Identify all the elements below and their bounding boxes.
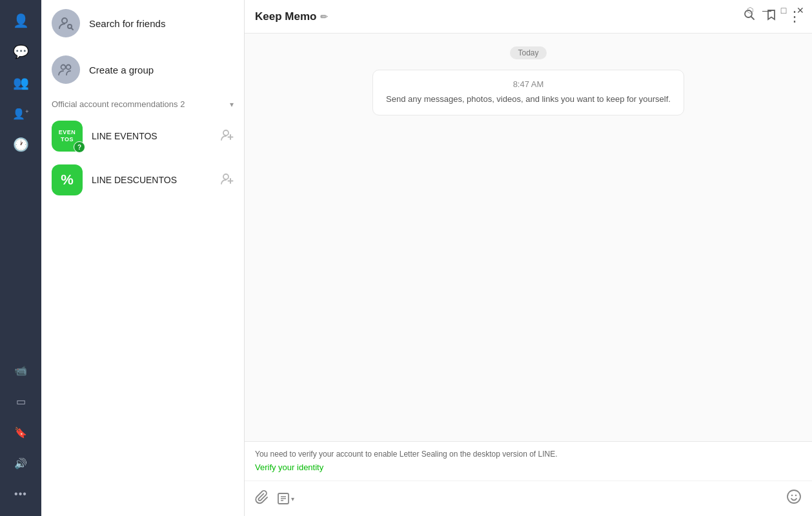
- sidebar-item-friends[interactable]: 👥: [6, 68, 35, 97]
- window-cursor-icon: ⬡: [745, 5, 755, 15]
- date-badge: Today: [510, 46, 546, 59]
- svg-point-18: [791, 495, 793, 496]
- search-friends-label: Search for friends: [89, 18, 165, 29]
- note-chevron-icon: ▾: [291, 495, 294, 502]
- svg-point-3: [61, 65, 66, 70]
- svg-point-5: [223, 130, 228, 135]
- official-accounts-title: Official account recommendations 2: [52, 99, 185, 109]
- official-account-line-eventos[interactable]: EVEN TOS ? LINE EVENTOS: [41, 114, 244, 158]
- window-controls: ⬡ — □ ✕: [745, 5, 806, 15]
- minimize-button[interactable]: —: [762, 5, 772, 15]
- create-group-avatar: [52, 55, 80, 84]
- add-friend-descuentos-icon: [221, 172, 234, 185]
- sidebar-item-volume[interactable]: 🔊: [6, 449, 35, 477]
- sidebar-item-video[interactable]: 📹: [6, 356, 35, 384]
- sidebar-item-more[interactable]: •••: [6, 480, 35, 508]
- search-friends-item[interactable]: Search for friends: [41, 0, 244, 46]
- chats-icon: 💬: [13, 44, 29, 59]
- video-icon: 📹: [14, 364, 27, 377]
- emoji-icon: [786, 489, 802, 504]
- sidebar-item-chats[interactable]: 💬: [6, 37, 35, 66]
- letter-sealing-bar: You need to verify your account to enabl…: [245, 442, 812, 481]
- svg-line-12: [751, 17, 755, 20]
- profile-icon: 👤: [13, 13, 29, 28]
- verify-identity-link[interactable]: Verify your identity: [255, 462, 323, 472]
- attach-button[interactable]: [255, 490, 269, 508]
- add-friends-icon: 👤+: [12, 108, 28, 120]
- friends-icon: 👥: [13, 75, 29, 90]
- close-button[interactable]: ✕: [795, 5, 806, 15]
- volume-icon: 🔊: [14, 457, 27, 470]
- sidebar-item-profile[interactable]: 👤: [6, 6, 35, 35]
- svg-point-8: [223, 174, 228, 179]
- official-accounts-section-header[interactable]: Official account recommendations 2 ▾: [41, 93, 244, 114]
- line-eventos-name: LINE EVENTOS: [92, 131, 157, 141]
- chat-footer: You need to verify your account to enabl…: [245, 441, 812, 516]
- create-group-item[interactable]: Create a group: [41, 46, 244, 93]
- chat-header: Keep Memo ✏ ⋮: [245, 0, 812, 34]
- attach-icon: [255, 490, 269, 504]
- note-icon: [277, 492, 290, 505]
- maximize-button[interactable]: □: [778, 5, 789, 15]
- sidebar-item-add-friends[interactable]: 👤+: [6, 99, 35, 128]
- sidebar-item-history[interactable]: 🕐: [6, 130, 35, 159]
- chat-messages: Today 8:47 AM Send any messages, photos,…: [245, 34, 812, 441]
- sidebar-item-bookmarks[interactable]: 🔖: [6, 418, 35, 446]
- more-icon: •••: [14, 488, 27, 500]
- add-friend-eventos-icon: [221, 128, 234, 141]
- sidebar-bottom: 📹 ▭ 🔖 🔊 •••: [6, 356, 35, 516]
- message-time: 8:47 AM: [386, 79, 671, 89]
- section-chevron-icon: ▾: [230, 100, 234, 109]
- chat-title-text: Keep Memo: [255, 10, 316, 23]
- create-group-icon: [58, 62, 74, 77]
- sidebar-item-posts[interactable]: ▭: [6, 387, 35, 415]
- line-eventos-sub-badge: ?: [74, 141, 85, 153]
- posts-icon: ▭: [16, 395, 26, 408]
- message-bubble: 8:47 AM Send any messages, photos, video…: [372, 70, 684, 115]
- line-descuentos-name: LINE DESCUENTOS: [92, 175, 177, 185]
- line-eventos-avatar-wrap: EVEN TOS ?: [52, 121, 83, 152]
- note-button[interactable]: ▾: [277, 492, 294, 505]
- history-icon: 🕐: [13, 137, 29, 152]
- friends-panel: Search for friends Create a group Offici…: [41, 0, 245, 516]
- create-group-label: Create a group: [89, 64, 154, 75]
- svg-point-0: [62, 18, 67, 23]
- svg-point-17: [787, 490, 800, 503]
- chat-title: Keep Memo ✏: [255, 10, 328, 23]
- search-friends-avatar: [52, 9, 80, 37]
- official-account-line-descuentos[interactable]: % LINE DESCUENTOS: [41, 158, 244, 202]
- bookmarks-icon: 🔖: [14, 426, 27, 439]
- svg-line-2: [72, 28, 74, 30]
- letter-sealing-text: You need to verify your account to enabl…: [255, 450, 802, 459]
- edit-title-icon[interactable]: ✏: [320, 12, 328, 22]
- emoji-button[interactable]: [786, 489, 802, 508]
- line-descuentos-avatar: %: [52, 164, 83, 195]
- chat-area: Keep Memo ✏ ⋮ Today 8:47 AM Send any mes…: [245, 0, 812, 516]
- svg-point-19: [795, 495, 797, 496]
- chat-input-bar: ▾: [245, 481, 812, 516]
- search-friends-icon: [58, 15, 74, 31]
- sidebar-nav: 👤 💬 👥 👤+ 🕐 📹 ▭ 🔖 🔊 •••: [0, 0, 41, 516]
- line-eventos-add-button[interactable]: [221, 128, 234, 144]
- svg-point-4: [66, 65, 71, 70]
- line-descuentos-add-button[interactable]: [221, 172, 234, 188]
- message-text: Send any messages, photos, videos, and l…: [386, 93, 671, 106]
